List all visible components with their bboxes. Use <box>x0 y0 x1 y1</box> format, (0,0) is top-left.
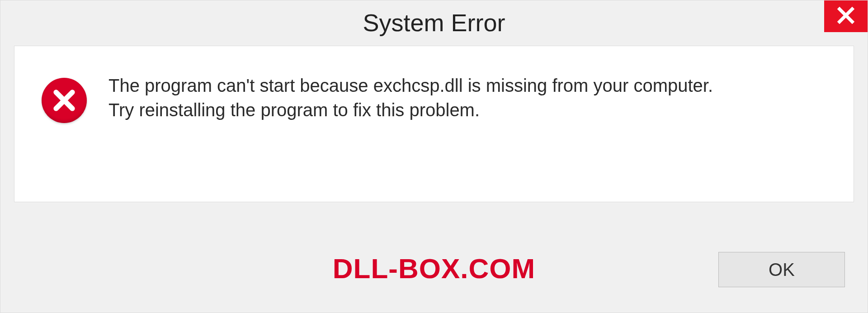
ok-button[interactable]: OK <box>718 252 845 287</box>
message-line-1: The program can't start because exchcsp.… <box>108 73 835 98</box>
error-dialog: System Error The program can't start bec… <box>0 0 868 313</box>
close-button[interactable] <box>824 0 868 32</box>
error-icon <box>42 78 87 123</box>
footer-bar: DLL-BOX.COM OK <box>0 227 868 313</box>
watermark-text: DLL-BOX.COM <box>333 252 535 285</box>
content-panel: The program can't start because exchcsp.… <box>14 46 854 202</box>
message-block: The program can't start because exchcsp.… <box>108 73 835 122</box>
title-bar: System Error <box>0 0 868 46</box>
dialog-title: System Error <box>363 9 505 37</box>
close-icon <box>836 6 855 27</box>
message-line-2: Try reinstalling the program to fix this… <box>108 98 835 122</box>
